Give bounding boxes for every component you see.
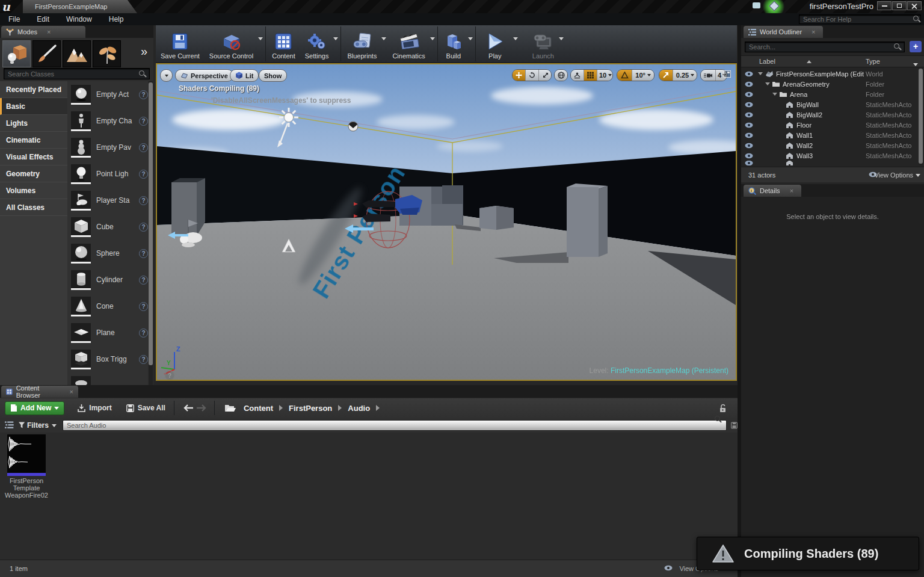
outliner-row-folder[interactable]: ArenaGeometry Folder [741,79,924,89]
menu-edit[interactable]: Edit [28,15,58,23]
close-button[interactable] [907,1,922,10]
visibility-eye-icon[interactable] [745,153,753,159]
place-item-box-trigger[interactable]: Box Trigg ? [67,346,148,372]
camera-speed-button[interactable] [701,70,716,81]
place-item-empty-character[interactable]: Empty Cha ? [67,108,148,134]
help-icon[interactable]: ? [139,143,148,152]
launch-caret-icon[interactable] [559,37,564,40]
source-control-caret-icon[interactable] [258,37,263,40]
scale-snap-value-button[interactable]: 0.25 [673,70,697,81]
place-item-player-start[interactable]: Player Sta ? [67,187,148,214]
category-visual-effects[interactable]: Visual Effects [0,149,67,165]
outliner-close-icon[interactable]: × [812,28,815,35]
place-item-sphere[interactable]: Sphere ? [67,240,148,267]
filters-label[interactable]: Filters [27,421,49,430]
help-icon[interactable]: ? [139,223,148,232]
save-search-icon[interactable] [731,422,738,429]
category-geometry[interactable]: Geometry [0,165,67,182]
help-icon[interactable]: ? [139,170,148,179]
minimize-button[interactable] [877,1,892,10]
category-recently-placed[interactable]: Recently Placed [0,81,67,98]
breadcrumb-firstperson[interactable]: FirstPerson [285,404,336,413]
rotation-snap-value-button[interactable]: 10° [632,70,654,81]
import-button[interactable]: Import [70,404,119,412]
visibility-eye-icon[interactable] [745,143,753,149]
tab-modes[interactable]: Modes × [1,26,85,38]
place-item-point-light[interactable]: Point Ligh ? [67,161,148,187]
outliner-row-actor[interactable]: Wall3 StaticMeshActo [741,150,924,161]
place-item-empty-pawn[interactable]: Empty Pav ? [67,134,148,161]
move-tool-button[interactable] [513,70,526,81]
mode-paint-button[interactable] [32,40,61,67]
outliner-scrollbar[interactable] [919,68,923,165]
rotate-tool-button[interactable] [526,70,539,81]
menu-file[interactable]: File [0,15,28,23]
mode-place-button[interactable] [2,40,31,67]
forward-arrow-icon[interactable] [196,404,207,412]
show-button[interactable]: Show [259,69,287,82]
help-icon[interactable]: ? [139,196,148,205]
source-control-button[interactable]: Source Control [205,25,258,63]
breadcrumb-content[interactable]: Content [240,404,277,413]
modes-expand-chevron-icon[interactable]: » [141,45,147,58]
column-label[interactable]: Label [759,58,775,65]
place-item-partial[interactable] [67,372,148,385]
chat-bubble-icon[interactable] [753,2,760,8]
help-icon[interactable]: ? [139,276,148,285]
place-item-cylinder[interactable]: Cylinder ? [67,267,148,293]
category-basic[interactable]: Basic [0,98,67,115]
help-icon[interactable]: ? [139,329,148,338]
tab-content-browser[interactable]: Content Browser × [1,386,78,398]
outliner-row-folder[interactable]: Arena Folder [741,89,924,99]
save-current-button[interactable]: Save Current [156,25,205,63]
cinematics-caret-icon[interactable] [430,37,435,40]
outliner-row-actor[interactable]: Floor StaticMeshActo [741,120,924,130]
outliner-view-options[interactable]: View Options [874,171,913,179]
help-search-input[interactable] [799,14,921,24]
modes-scrollbar[interactable] [149,81,153,385]
help-icon[interactable]: ? [139,355,148,364]
asset-tile-weaponfire[interactable]: FirstPerson Template WeaponFire02 [4,434,49,499]
visibility-eye-icon[interactable] [745,81,753,87]
search-classes-input[interactable] [4,68,150,79]
outliner-add-icon[interactable]: + [910,41,922,52]
add-new-button[interactable]: Add New [5,401,64,415]
cinematics-button[interactable]: Cinematics [387,25,430,63]
details-close-icon[interactable]: × [790,187,793,194]
play-button[interactable]: Play [477,25,513,63]
lit-mode-button[interactable]: Lit [230,69,259,82]
expander-icon[interactable] [758,72,763,75]
rotation-snap-toggle[interactable] [617,70,632,81]
mode-foliage-button[interactable] [93,40,121,67]
outliner-row-actor[interactable]: BigWall2 StaticMeshActo [741,110,924,120]
launch-button[interactable]: Launch [528,25,559,63]
sort-ascending-icon[interactable] [807,60,812,63]
level-indicator[interactable]: Level: FirstPersonExampleMap (Persistent… [590,366,728,375]
visibility-eye-icon[interactable] [745,71,753,77]
place-item-empty-actor[interactable]: Empty Act ? [67,81,148,108]
scale-tool-button[interactable] [539,70,552,81]
visibility-eye-icon[interactable] [745,122,753,128]
world-local-toggle[interactable] [554,69,568,81]
mode-landscape-button[interactable] [63,40,91,67]
settings-button[interactable]: Settings [300,25,334,63]
grid-snap-value-button[interactable]: 10 [597,70,613,81]
help-icon[interactable]: ? [139,117,148,126]
column-type[interactable]: Type [866,58,880,65]
category-cinematic[interactable]: Cinematic [0,132,67,149]
outliner-search-input[interactable] [745,42,905,52]
maximize-button[interactable] [892,1,907,10]
blueprints-caret-icon[interactable] [381,37,386,40]
category-lights[interactable]: Lights [0,115,67,132]
place-item-plane[interactable]: Plane ? [67,319,148,346]
category-volumes[interactable]: Volumes [0,182,67,199]
grid-snap-toggle[interactable] [584,70,597,81]
outliner-row-actor[interactable]: Wall1 StaticMeshActo [741,130,924,140]
help-icon[interactable]: ? [139,249,148,258]
window-tab[interactable]: FirstPersonExampleMap [23,0,137,13]
category-all-classes[interactable]: All Classes [0,199,67,216]
place-item-cube[interactable]: Cube ? [67,214,148,240]
sky-sphere-sprite[interactable] [348,122,358,131]
expander-icon[interactable] [772,93,777,96]
back-arrow-icon[interactable] [183,404,194,412]
